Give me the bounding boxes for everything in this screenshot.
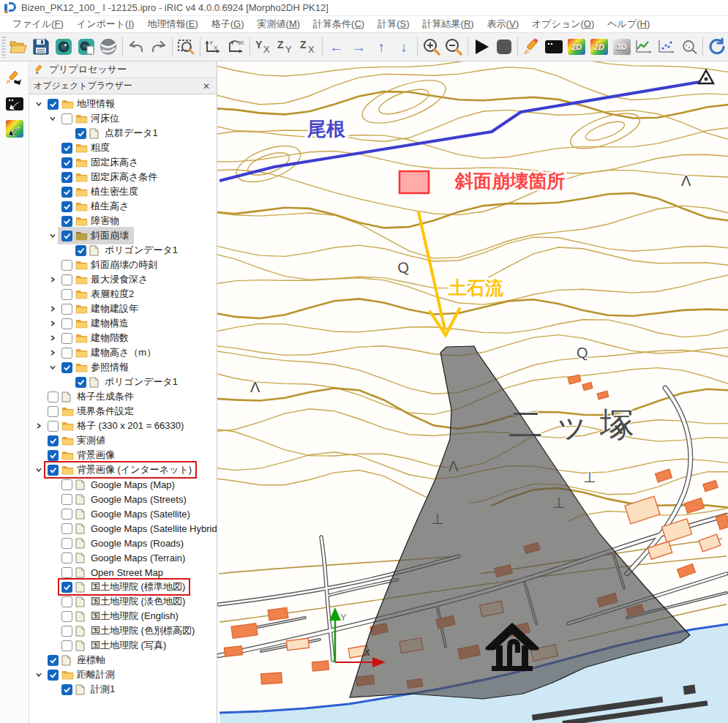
tree-item-label[interactable]: 格子 (330 x 201 = 66330) [77, 419, 185, 432]
tree-row-3[interactable]: 粗度 [29, 141, 217, 155]
expander-closed-icon[interactable] [48, 274, 58, 285]
tree-row-32[interactable]: Open Street Map [29, 565, 217, 580]
tree-row-11[interactable]: 斜面崩壊の時刻 [29, 258, 217, 272]
expander-open-icon[interactable] [48, 231, 58, 241]
checkbox-checked[interactable] [48, 465, 59, 476]
view-zy-button[interactable]: ZY [275, 36, 298, 59]
menu-item-3[interactable]: 格子(G) [205, 16, 251, 32]
expander-closed-icon[interactable] [48, 304, 58, 314]
tree-item-label[interactable]: Google Maps (Map) [91, 479, 176, 490]
tree-item-label[interactable]: 建物構造 [91, 317, 130, 330]
menu-item-1[interactable]: インポート(I) [70, 16, 141, 32]
checkbox-unchecked[interactable] [61, 611, 72, 622]
menu-item-2[interactable]: 地理情報(E) [140, 16, 204, 32]
tree-row-30[interactable]: Google Maps (Roads) [29, 536, 217, 550]
tree-row-8[interactable]: 障害物 [29, 214, 217, 228]
compare-window-button[interactable] [678, 36, 700, 59]
tree-row-13[interactable]: 表層粒度2 [29, 287, 217, 301]
checkbox-unchecked[interactable] [61, 640, 72, 651]
expander-closed-icon[interactable] [34, 421, 44, 431]
expander-closed-icon[interactable] [48, 348, 58, 358]
checkbox-checked[interactable] [61, 231, 72, 241]
close-icon[interactable]: ✕ [200, 81, 212, 91]
tree-item-label[interactable]: 地理情報 [77, 97, 116, 110]
tree-item-label[interactable]: 国土地理院 (写真) [91, 639, 168, 652]
checkbox-unchecked[interactable] [61, 538, 72, 549]
checkbox-unchecked[interactable] [61, 260, 72, 271]
tree-row-34[interactable]: 国土地理院 (淡色地図) [29, 594, 217, 609]
tree-item-label[interactable]: 斜面崩壊 [91, 229, 130, 242]
expander-open-icon[interactable] [48, 113, 58, 124]
tree-row-38[interactable]: 座標軸 [29, 653, 217, 667]
tree-item-label[interactable]: 植生密生度 [91, 185, 140, 198]
checkbox-unchecked[interactable] [61, 552, 72, 563]
tree-row-26[interactable]: Google Maps (Map) [29, 477, 217, 492]
tree-item-label[interactable]: 背景画像 (インターネット) [77, 463, 193, 476]
stop-solver-button[interactable] [493, 36, 516, 59]
checkbox-unchecked[interactable] [61, 626, 72, 637]
tree-row-16[interactable]: 建物階数 [29, 331, 217, 345]
tree-item-label[interactable]: 国土地理院 (色別標高図) [91, 624, 196, 637]
preprocessor-edit-button[interactable] [4, 69, 26, 89]
expander-closed-icon[interactable] [48, 333, 58, 343]
pan-right-button[interactable]: → [348, 36, 370, 59]
tree-item-label[interactable]: 障害物 [91, 214, 121, 228]
tree-row-1[interactable]: 河床位 [29, 111, 217, 126]
expander-open-icon[interactable] [34, 99, 44, 109]
pan-left-button[interactable]: ← [325, 36, 348, 59]
tree-item-label[interactable]: 国土地理院 (English) [91, 610, 180, 623]
checkbox-checked[interactable] [61, 172, 72, 183]
view-yx-button[interactable]: YX [252, 36, 275, 59]
tree-row-12[interactable]: 最大浸食深さ [29, 272, 217, 287]
tree-item-label[interactable]: 表層粒度2 [91, 288, 135, 301]
checkbox-checked[interactable] [61, 157, 72, 168]
redo-button[interactable] [147, 36, 170, 59]
tree-row-5[interactable]: 固定床高さ条件 [29, 170, 217, 184]
menu-item-4[interactable]: 実測値(M) [251, 16, 307, 32]
tree-item-label[interactable]: 粗度 [91, 141, 111, 154]
checkbox-checked[interactable] [75, 377, 86, 388]
tree-row-14[interactable]: 建物建設年 [29, 301, 217, 316]
tree-row-23[interactable]: 実測値 [29, 433, 217, 448]
tree-row-21[interactable]: 境界条件設定 [29, 404, 217, 419]
tree-row-31[interactable]: Google Maps (Terrain) [29, 550, 217, 565]
tree-item-label[interactable]: 距離計測 [77, 668, 116, 681]
checkbox-checked[interactable] [48, 655, 59, 666]
checkbox-checked[interactable] [61, 582, 72, 593]
checkbox-unchecked[interactable] [61, 289, 72, 300]
edit-pencil-button[interactable] [520, 36, 543, 59]
menu-item-6[interactable]: 計算(S) [371, 16, 416, 32]
checkbox-checked[interactable] [48, 99, 59, 110]
post-2d-switch-button[interactable] [4, 119, 26, 139]
tree-row-37[interactable]: 国土地理院 (写真) [29, 638, 217, 653]
tree-item-label[interactable]: 建物階数 [91, 331, 130, 345]
tree-item-label[interactable]: ポリゴンデータ1 [105, 375, 179, 389]
checkbox-unchecked[interactable] [61, 304, 72, 315]
tree-row-17[interactable]: 建物高さ（m） [29, 345, 217, 360]
tree-item-label[interactable]: 点群データ1 [105, 127, 160, 140]
checkbox-unchecked[interactable] [61, 567, 72, 578]
tree-row-40[interactable]: 計測1 [29, 682, 217, 697]
tree-row-4[interactable]: 固定床高さ [29, 155, 217, 170]
pan-down-button[interactable]: ↓ [393, 36, 416, 59]
checkbox-unchecked[interactable] [61, 509, 72, 520]
tree-row-6[interactable]: 植生密生度 [29, 184, 217, 199]
menu-item-10[interactable]: ヘルプ(H) [601, 16, 656, 32]
checkbox-checked[interactable] [61, 362, 72, 373]
checkbox-unchecked[interactable] [61, 494, 72, 505]
tree-item-label[interactable]: Google Maps (Terrain) [91, 552, 187, 563]
tree-row-28[interactable]: Google Maps (Satellite) [29, 506, 217, 521]
checkbox-unchecked[interactable] [61, 333, 72, 344]
checkbox-checked[interactable] [75, 245, 86, 256]
tree-row-36[interactable]: 国土地理院 (色別標高図) [29, 623, 217, 638]
tree-item-label[interactable]: 背景画像 [77, 449, 116, 462]
menu-item-0[interactable]: ファイル(F) [6, 16, 70, 32]
tree-row-10[interactable]: ポリゴンデータ1 [29, 243, 217, 258]
tree-item-label[interactable]: 植生高さ [91, 200, 130, 213]
expander-open-icon[interactable] [34, 670, 44, 680]
rotate-90-button[interactable]: 90 [225, 36, 248, 59]
solver-console-button[interactable] [543, 36, 566, 59]
run-solver-button[interactable] [470, 36, 493, 59]
tree-item-label[interactable]: Google Maps (Satellite Hybrid) [91, 523, 217, 534]
zoom-out-button[interactable] [443, 36, 465, 59]
